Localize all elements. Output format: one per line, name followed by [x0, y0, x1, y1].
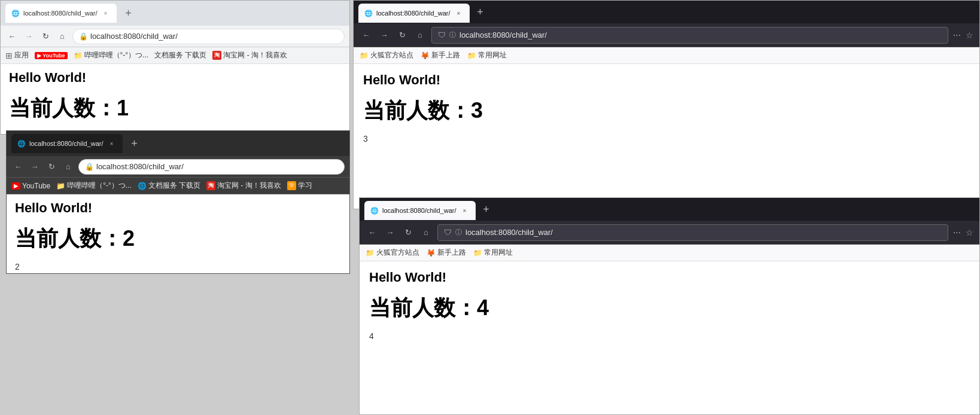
menu-button[interactable]: ···: [953, 30, 961, 41]
bookmark-taobao[interactable]: 淘 淘宝网 - 淘！我喜欢: [206, 181, 281, 191]
menu-button[interactable]: ···: [953, 227, 961, 238]
browser4-hello-title: Hello World!: [369, 270, 970, 285]
bookmark-docs[interactable]: 文档服务 下载页: [154, 50, 206, 60]
bookmark-star-icon[interactable]: ☆: [966, 228, 973, 237]
bookmark-getting-started[interactable]: 🦊 新手上路: [421, 50, 460, 60]
reload-button[interactable]: ↻: [395, 29, 409, 42]
forward-button[interactable]: →: [378, 29, 391, 42]
info-icon: ⓘ: [449, 30, 456, 39]
browser1-count: 当前人数：1: [9, 94, 341, 123]
tab-title: localhost:8080/child_war/: [376, 10, 451, 17]
bookmark-getting-started[interactable]: 🦊 新手上路: [427, 248, 466, 258]
bookmark-taobao[interactable]: 淘 淘宝网 - 淘！我喜欢: [212, 50, 287, 60]
browser1-address-bar[interactable]: 🔒 localhost:8080/child_war/: [72, 29, 345, 44]
taobao-icon: 淘: [212, 51, 221, 60]
firefox-logo-icon: 🦊: [421, 51, 430, 60]
bookmark-bilibili[interactable]: 📁 哔哩哔哩（°-°）つ...: [56, 181, 132, 191]
back-button[interactable]: ←: [360, 29, 373, 42]
bookmark-firefox-official[interactable]: 📁 火狐官方站点: [366, 248, 419, 258]
reload-button[interactable]: ↻: [45, 160, 58, 173]
bookmark-apps[interactable]: ⊞ 应用: [5, 50, 29, 60]
bookmark-youtube[interactable]: ▶ YouTube: [35, 52, 68, 59]
browser3-bookmarks-bar: 📁 火狐官方站点 🦊 新手上路 📁 常用网址: [354, 47, 979, 64]
bookmark-star-icon[interactable]: ☆: [966, 30, 973, 40]
new-tab-button[interactable]: +: [478, 201, 495, 218]
url-text: localhost:8080/child_war/: [459, 30, 547, 39]
forward-button[interactable]: →: [384, 226, 397, 239]
study-icon: 学: [287, 181, 296, 190]
browser4-active-tab[interactable]: 🌐 localhost:8080/child_war/ ×: [364, 201, 476, 220]
tab-favicon: 🌐: [364, 10, 373, 17]
browser3-active-tab[interactable]: 🌐 localhost:8080/child_war/ ×: [358, 4, 470, 23]
browser4-session-id: 4: [369, 331, 970, 341]
apps-grid-icon: ⊞: [5, 51, 13, 60]
home-button[interactable]: ⌂: [62, 160, 75, 173]
browser1-tab-bar: 🌐 localhost:8080/child_war/ × +: [1, 1, 349, 26]
shield-icon: 🛡: [438, 30, 446, 39]
new-tab-button[interactable]: +: [120, 5, 137, 22]
browser2-session-id: 2: [15, 262, 341, 271]
url-text: localhost:8080/child_war/: [90, 32, 178, 41]
bookmark-youtube-label: YouTube: [22, 182, 50, 190]
bookmark-firefox-label1: 火狐官方站点: [370, 50, 413, 60]
browser1-hello-title: Hello World!: [9, 70, 341, 86]
browser4-count: 当前人数：4: [369, 294, 970, 323]
browser1-nav-bar: ← → ↻ ⌂ 🔒 localhost:8080/child_war/: [1, 26, 349, 47]
browser3-hello-title: Hello World!: [363, 72, 970, 88]
browser4-address-bar[interactable]: 🛡 ⓘ localhost:8080/child_war/: [437, 224, 948, 241]
info-icon: ⓘ: [455, 228, 462, 237]
browser3-page-content: Hello World! 当前人数：3 3: [354, 64, 979, 152]
reload-button[interactable]: ↻: [39, 30, 52, 43]
new-tab-button[interactable]: +: [126, 135, 143, 152]
shield-icon: 🛡: [444, 228, 452, 237]
tab-close-button[interactable]: ×: [101, 8, 111, 18]
tab-title: localhost:8080/child_war/: [382, 207, 456, 214]
tab-title: localhost:8080/child_war/: [29, 140, 104, 147]
bookmark-bilibili-label: 哔哩哔哩（°-°）つ...: [67, 181, 132, 191]
new-tab-button[interactable]: +: [472, 4, 489, 20]
bookmark-common-sites[interactable]: 📁 常用网址: [467, 50, 507, 60]
bookmark-youtube[interactable]: ▶ YouTube: [11, 182, 50, 190]
back-button[interactable]: ←: [366, 226, 379, 239]
browser-3: 🌐 localhost:8080/child_war/ × + ← → ↻ ⌂ …: [353, 0, 980, 209]
bookmark-docs-label: 文档服务 下载页: [154, 50, 206, 60]
folder-icon: 📁: [360, 51, 369, 60]
url-text: localhost:8080/child_war/: [96, 162, 184, 171]
browser-1: 🌐 localhost:8080/child_war/ × + ← → ↻ ⌂ …: [0, 0, 350, 135]
browser3-tab-bar: 🌐 localhost:8080/child_war/ × +: [354, 1, 979, 23]
browser4-nav-bar: ← → ↻ ⌂ 🛡 ⓘ localhost:8080/child_war/ ··…: [360, 221, 979, 245]
browser2-hello-title: Hello World!: [15, 200, 341, 216]
back-button[interactable]: ←: [5, 30, 19, 43]
tab-close-button[interactable]: ×: [460, 206, 470, 215]
home-button[interactable]: ⌂: [56, 30, 69, 43]
bookmark-docs[interactable]: 🌐 文档服务 下载页: [138, 181, 200, 191]
bookmark-study[interactable]: 学 学习: [287, 181, 312, 191]
browser2-active-tab[interactable]: 🌐 localhost:8080/child_war/ ×: [11, 134, 123, 153]
home-button[interactable]: ⌂: [413, 29, 427, 42]
browser3-address-bar[interactable]: 🛡 ⓘ localhost:8080/child_war/: [431, 27, 948, 44]
browser4-bookmarks-bar: 📁 火狐官方站点 🦊 新手上路 📁 常用网址: [360, 245, 979, 261]
folder-icon2: 📁: [467, 51, 476, 60]
browser-4: 🌐 localhost:8080/child_war/ × + ← → ↻ ⌂ …: [359, 197, 980, 415]
browser1-active-tab[interactable]: 🌐 localhost:8080/child_war/ ×: [5, 4, 117, 23]
tab-favicon: 🌐: [17, 140, 26, 148]
home-button[interactable]: ⌂: [419, 226, 433, 239]
youtube-icon: ▶ YouTube: [35, 52, 68, 59]
bookmark-study-label: 学习: [298, 181, 312, 191]
browser3-count: 当前人数：3: [363, 96, 970, 126]
bookmark-common-sites[interactable]: 📁 常用网址: [473, 248, 513, 258]
taobao-icon: 淘: [206, 181, 215, 190]
tab-close-button[interactable]: ×: [107, 139, 117, 148]
forward-button[interactable]: →: [22, 30, 35, 43]
tab-close-button[interactable]: ×: [454, 8, 464, 18]
back-button[interactable]: ←: [11, 160, 25, 173]
forward-button[interactable]: →: [28, 160, 41, 173]
reload-button[interactable]: ↻: [401, 226, 415, 239]
folder-icon: 📁: [56, 182, 65, 190]
bookmark-firefox-official[interactable]: 📁 火狐官方站点: [360, 50, 413, 60]
bookmark-bilibili[interactable]: 📁 哔哩哔哩（°-°）つ...: [74, 50, 149, 60]
lock-icon: 🔒: [85, 163, 94, 171]
bookmark-firefox-label1: 火狐官方站点: [376, 248, 419, 258]
browser2-address-bar[interactable]: 🔒 localhost:8080/child_war/: [78, 159, 345, 175]
bookmark-bilibili-label: 哔哩哔哩（°-°）つ...: [84, 50, 149, 60]
